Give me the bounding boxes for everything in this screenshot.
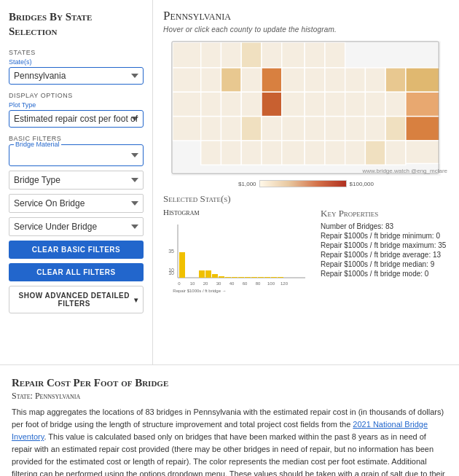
- county-beaver[interactable]: [262, 42, 282, 68]
- svg-rect-56: [212, 274, 218, 278]
- svg-rect-62: [251, 277, 257, 278]
- svg-rect-8: [325, 68, 345, 92]
- svg-rect-60: [238, 277, 244, 278]
- key-properties-title: Key Properties: [321, 208, 449, 219]
- svg-text:40: 40: [230, 281, 235, 286]
- svg-rect-65: [271, 277, 277, 278]
- svg-rect-39: [241, 141, 262, 165]
- svg-text:10: 10: [190, 281, 195, 286]
- svg-rect-36: [406, 117, 439, 141]
- display-options-label: Display Options: [9, 92, 144, 99]
- show-advanced-filters-button[interactable]: Show Advanced Detailed Filters ▾: [9, 286, 144, 313]
- bottom-section: Histogram: [163, 208, 449, 294]
- svg-rect-11: [385, 68, 406, 92]
- svg-rect-59: [232, 277, 238, 278]
- service-under-bridge-select[interactable]: Service Under Bridge: [9, 217, 144, 236]
- svg-rect-66: [278, 277, 283, 278]
- svg-rect-7: [305, 68, 325, 92]
- histogram-section: Histogram: [163, 208, 309, 294]
- svg-rect-9: [345, 68, 366, 92]
- map-container[interactable]: www.bridge.watch @eng_mclare: [163, 41, 449, 176]
- bridge-type-select[interactable]: Bridge Type: [9, 171, 144, 190]
- svg-rect-10: [365, 68, 385, 92]
- key-prop-item: Repair $1000s / ft bridge minimum: 0: [321, 232, 449, 240]
- county-washington[interactable]: [305, 42, 325, 68]
- svg-rect-5: [262, 68, 282, 92]
- pa-map[interactable]: [163, 41, 449, 176]
- chevron-down-icon: ▾: [134, 296, 138, 304]
- svg-rect-19: [305, 92, 325, 116]
- selected-states-title: Selected State(s): [163, 193, 449, 205]
- bridge-material-label: Bridge Material: [14, 141, 61, 148]
- svg-rect-57: [219, 276, 224, 278]
- key-properties-section: Key Properties Number of Bridges: 83Repa…: [316, 208, 449, 294]
- svg-text:35: 35: [168, 249, 174, 254]
- histogram-svg: 35 10 10 0 10 20 30 40 60 80 100 120 Rep…: [163, 221, 309, 294]
- svg-rect-29: [262, 117, 282, 141]
- svg-rect-46: [385, 141, 406, 165]
- svg-rect-35: [385, 117, 406, 141]
- svg-rect-24: [406, 92, 439, 116]
- svg-rect-14: [201, 92, 221, 116]
- bottom-info-section: Repair Cost Per Foot of Bridge State: Pe…: [0, 364, 459, 476]
- svg-rect-25: [173, 117, 201, 141]
- svg-rect-33: [345, 117, 366, 141]
- svg-rect-58: [225, 277, 231, 278]
- county-crawford[interactable]: [201, 42, 221, 68]
- svg-rect-12: [406, 68, 439, 92]
- svg-rect-32: [325, 117, 345, 141]
- svg-rect-16: [241, 92, 262, 116]
- svg-rect-61: [245, 277, 251, 278]
- svg-rect-4: [241, 68, 262, 92]
- svg-rect-31: [305, 117, 325, 141]
- state-field-label: State(s): [9, 58, 144, 66]
- key-properties-list: Number of Bridges: 83Repair $1000s / ft …: [321, 222, 449, 278]
- svg-rect-44: [345, 141, 366, 165]
- state-select[interactable]: Pennsylvania: [9, 67, 144, 85]
- state-title: Pennsylvania: [163, 9, 449, 23]
- legend-color-bar: [259, 180, 347, 187]
- states-section-label: States: [9, 49, 144, 56]
- svg-rect-13: [173, 92, 201, 116]
- svg-rect-28: [241, 117, 262, 141]
- county-allegheny[interactable]: [282, 42, 305, 68]
- service-on-bridge-select[interactable]: Service On Bridge: [9, 194, 144, 213]
- county-erie[interactable]: [173, 42, 201, 68]
- right-panel: Pennsylvania Hover or click each county …: [153, 0, 459, 364]
- svg-rect-23: [385, 92, 406, 116]
- plot-type-label: Plot Type: [9, 101, 144, 109]
- svg-rect-26: [201, 117, 221, 141]
- clear-all-filters-button[interactable]: Clear All Filters: [9, 263, 144, 281]
- svg-rect-6: [282, 68, 305, 92]
- plot-type-select[interactable]: Estimated repair cost per foot of bri...: [9, 110, 144, 128]
- county-mercer[interactable]: [221, 42, 241, 68]
- svg-text:20: 20: [203, 281, 208, 286]
- svg-rect-38: [221, 141, 241, 165]
- svg-rect-30: [282, 117, 305, 141]
- svg-rect-45: [365, 141, 385, 165]
- svg-text:100: 100: [267, 281, 275, 286]
- county-greene[interactable]: [325, 42, 345, 68]
- svg-rect-40: [262, 141, 282, 165]
- key-prop-item: Number of Bridges: 83: [321, 222, 449, 230]
- svg-rect-1: [173, 68, 201, 92]
- svg-text:10: 10: [168, 270, 174, 276]
- svg-rect-15: [221, 92, 241, 116]
- bottom-title: Repair Cost Per Foot of Bridge: [12, 377, 447, 389]
- clear-basic-filters-button[interactable]: Clear Basic Filters: [9, 241, 144, 259]
- bridge-material-select[interactable]: [9, 147, 143, 164]
- left-panel: Bridges By State Selection States State(…: [0, 0, 153, 364]
- svg-rect-64: [264, 277, 270, 278]
- svg-text:30: 30: [216, 281, 221, 286]
- key-prop-item: Repair $1000s / ft bridge maximum: 35: [321, 241, 449, 249]
- key-prop-item: Repair $1000s / ft bridge mode: 0: [321, 270, 449, 278]
- svg-rect-41: [282, 141, 305, 165]
- county-lawrence[interactable]: [241, 42, 262, 68]
- svg-rect-51: [179, 252, 185, 278]
- nbi-link[interactable]: 2021 National Bridge Inventory: [12, 420, 428, 441]
- svg-rect-37: [201, 141, 221, 165]
- key-prop-item: Repair $1000s / ft bridge median: 9: [321, 260, 449, 268]
- svg-rect-20: [325, 92, 345, 116]
- svg-rect-22: [365, 92, 385, 116]
- svg-rect-47: [406, 141, 439, 163]
